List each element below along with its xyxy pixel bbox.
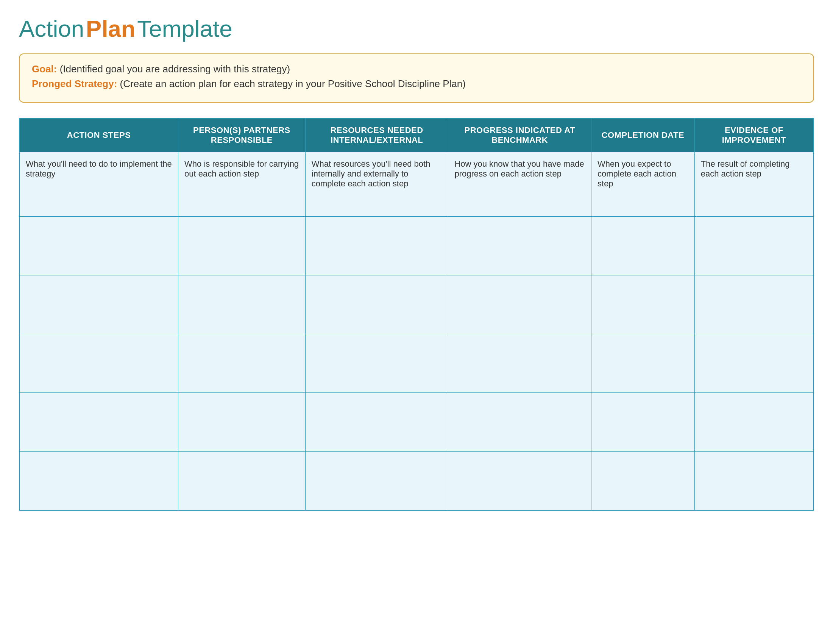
row5-completion[interactable] [592,452,695,510]
row5-resources[interactable] [305,452,448,510]
table-row-1 [19,217,814,275]
goal-text: (Identified goal you are addressing with… [60,63,290,75]
row3-resources[interactable] [305,334,448,393]
header-resources: RESOURCES NEEDED INTERNAL/EXTERNAL [305,118,448,152]
desc-resources: What resources you'll need both internal… [305,152,448,217]
table-header-row: ACTION STEPS PERSON(S) PARTNERS RESPONSI… [19,118,814,152]
row5-progress[interactable] [448,452,592,510]
row4-progress[interactable] [448,393,592,452]
row2-completion[interactable] [592,275,695,334]
pronged-text: (Create an action plan for each strategy… [120,78,466,89]
row4-completion[interactable] [592,393,695,452]
row3-completion[interactable] [592,334,695,393]
row2-evidence[interactable] [695,275,814,334]
desc-persons: Who is responsible for carrying out each… [178,152,306,217]
table-row-2 [19,275,814,334]
row1-progress[interactable] [448,217,592,275]
row3-action[interactable] [19,334,178,393]
desc-progress: How you know that you have made progress… [448,152,592,217]
header-action-steps: ACTION STEPS [19,118,178,152]
header-evidence: EVIDENCE OF IMPROVEMENT [695,118,814,152]
page-title: Action Plan Template [19,15,814,42]
row1-action[interactable] [19,217,178,275]
header-progress: PROGRESS INDICATED AT BENCHMARK [448,118,592,152]
table-row-5 [19,452,814,510]
row1-evidence[interactable] [695,217,814,275]
row4-resources[interactable] [305,393,448,452]
row2-progress[interactable] [448,275,592,334]
row5-action[interactable] [19,452,178,510]
row1-persons[interactable] [178,217,306,275]
row2-resources[interactable] [305,275,448,334]
row4-action[interactable] [19,393,178,452]
row2-action[interactable] [19,275,178,334]
row3-persons[interactable] [178,334,306,393]
row4-evidence[interactable] [695,393,814,452]
desc-completion: When you expect to complete each action … [592,152,695,217]
goal-label: Goal: [32,63,57,75]
title-plan: Plan [86,16,135,42]
row3-progress[interactable] [448,334,592,393]
title-template: Template [137,16,233,42]
row5-evidence[interactable] [695,452,814,510]
row1-completion[interactable] [592,217,695,275]
pronged-line: Pronged Strategy: (Create an action plan… [32,78,801,90]
action-plan-table: ACTION STEPS PERSON(S) PARTNERS RESPONSI… [19,118,814,510]
header-completion: COMPLETION DATE [592,118,695,152]
table-row-3 [19,334,814,393]
goal-box: Goal: (Identified goal you are addressin… [19,53,814,103]
title-action: Action [19,16,84,42]
pronged-label: Pronged Strategy: [32,78,117,89]
row5-persons[interactable] [178,452,306,510]
table-row-description: What you'll need to do to implement the … [19,152,814,217]
row3-evidence[interactable] [695,334,814,393]
table-row-4 [19,393,814,452]
header-persons: PERSON(S) PARTNERS RESPONSIBLE [178,118,306,152]
row4-persons[interactable] [178,393,306,452]
goal-line: Goal: (Identified goal you are addressin… [32,63,801,75]
desc-action-steps: What you'll need to do to implement the … [19,152,178,217]
desc-evidence: The result of completing each action ste… [695,152,814,217]
row1-resources[interactable] [305,217,448,275]
row2-persons[interactable] [178,275,306,334]
